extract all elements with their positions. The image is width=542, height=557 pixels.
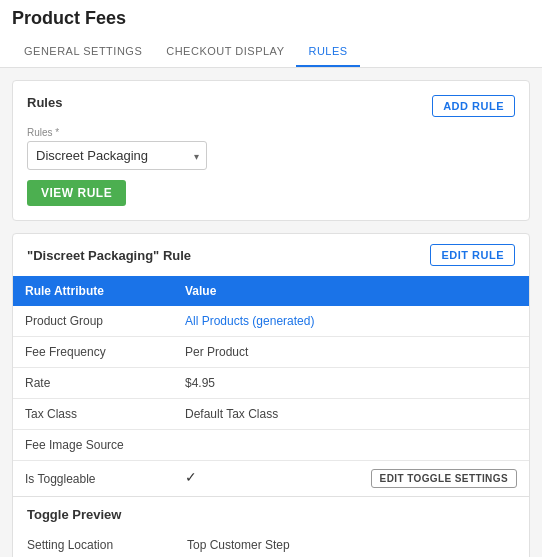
- main-content: Rules ADD RULE Rules * Discreet Packagin…: [0, 68, 542, 557]
- rules-select-wrapper: Discreet Packaging ▾: [27, 141, 207, 170]
- col-rule-attribute: Rule Attribute: [13, 276, 173, 306]
- val-rate: $4.95: [173, 368, 529, 399]
- attr-setting-location: Setting Location: [27, 530, 187, 557]
- add-rule-button[interactable]: ADD RULE: [432, 95, 515, 117]
- table-row: Rate $4.95: [13, 368, 529, 399]
- rule-detail-card: "Discreet Packaging" Rule EDIT RULE Rule…: [12, 233, 530, 557]
- attr-rate: Rate: [13, 368, 173, 399]
- page-header: Product Fees GENERAL SETTINGS CHECKOUT D…: [0, 0, 542, 68]
- table-row: Fee Frequency Per Product: [13, 337, 529, 368]
- rule-detail-header: "Discreet Packaging" Rule EDIT RULE: [13, 234, 529, 276]
- val-setting-location: Top Customer Step: [187, 530, 515, 557]
- page-title: Product Fees: [12, 8, 530, 29]
- tab-rules[interactable]: RULES: [296, 37, 359, 67]
- rules-card-title: Rules: [27, 95, 62, 110]
- edit-toggle-settings-button[interactable]: EDIT TOGGLE SETTINGS: [371, 469, 517, 488]
- rules-field-label: Rules *: [27, 127, 515, 138]
- col-value: Value: [173, 276, 529, 306]
- toggle-preview-title: Toggle Preview: [27, 507, 515, 522]
- rule-detail-title: "Discreet Packaging" Rule: [27, 248, 191, 263]
- attr-product-group: Product Group: [13, 306, 173, 337]
- table-row: Fee Image Source: [13, 430, 529, 461]
- rules-card: Rules ADD RULE Rules * Discreet Packagin…: [12, 80, 530, 221]
- attr-is-toggleable: Is Toggleable: [13, 461, 173, 497]
- all-products-link[interactable]: All Products (generated): [185, 314, 314, 328]
- table-row: Setting Location Top Customer Step: [27, 530, 515, 557]
- edit-rule-button[interactable]: EDIT RULE: [430, 244, 515, 266]
- tab-general-settings[interactable]: GENERAL SETTINGS: [12, 37, 154, 67]
- attr-fee-image-source: Fee Image Source: [13, 430, 173, 461]
- table-row: Is Toggleable ✓ EDIT TOGGLE SETTINGS: [13, 461, 529, 497]
- rule-attribute-table: Rule Attribute Value Product Group All P…: [13, 276, 529, 496]
- tab-checkout-display[interactable]: CHECKOUT DISPLAY: [154, 37, 296, 67]
- attr-fee-frequency: Fee Frequency: [13, 337, 173, 368]
- table-header-row: Rule Attribute Value: [13, 276, 529, 306]
- rules-field-group: Rules * Discreet Packaging ▾: [27, 127, 515, 170]
- val-product-group: All Products (generated): [173, 306, 529, 337]
- checkmark-icon: ✓: [185, 469, 197, 485]
- view-rule-button[interactable]: VIEW RULE: [27, 180, 126, 206]
- rules-card-header: Rules ADD RULE: [27, 95, 515, 117]
- toggle-preview-section: Toggle Preview Setting Location Top Cust…: [13, 496, 529, 557]
- rules-select[interactable]: Discreet Packaging: [27, 141, 207, 170]
- tabs-nav: GENERAL SETTINGS CHECKOUT DISPLAY RULES: [12, 37, 530, 67]
- attr-tax-class: Tax Class: [13, 399, 173, 430]
- val-fee-image-source: [173, 430, 529, 461]
- table-row: Tax Class Default Tax Class: [13, 399, 529, 430]
- toggle-preview-table: Setting Location Top Customer Step Apply…: [27, 530, 515, 557]
- val-tax-class: Default Tax Class: [173, 399, 529, 430]
- val-is-toggleable: ✓ EDIT TOGGLE SETTINGS: [173, 461, 529, 497]
- table-row: Product Group All Products (generated): [13, 306, 529, 337]
- val-fee-frequency: Per Product: [173, 337, 529, 368]
